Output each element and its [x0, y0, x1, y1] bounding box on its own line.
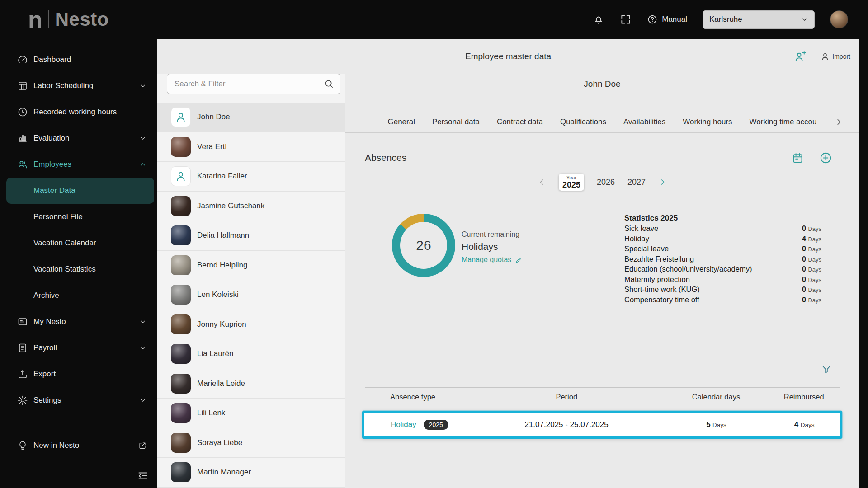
sidebar-item-master-data[interactable]: Master Data: [6, 178, 154, 204]
table-bottom-divider: [385, 453, 820, 453]
tabs-scroll-right-button[interactable]: [834, 117, 844, 127]
absence-calendar-button[interactable]: [792, 152, 804, 164]
bell-icon: [593, 14, 604, 25]
tab-working-hours[interactable]: Working hours: [683, 117, 732, 127]
fullscreen-button[interactable]: [620, 14, 632, 25]
chevron-down-icon: [801, 15, 809, 23]
content: John Doe Vera Ertl Katarina Faller Jasmi…: [157, 74, 859, 488]
manage-quotas-link[interactable]: Manage quotas: [462, 256, 523, 264]
previous-year-button[interactable]: [537, 178, 546, 187]
sidebar-item-new-in-nesto[interactable]: New in Nesto: [0, 435, 157, 456]
year-selected[interactable]: Year 2025: [559, 174, 584, 191]
employee-row-len-koleiski[interactable]: Len Koleiski: [157, 280, 345, 310]
tab-qualifications[interactable]: Qualifications: [560, 117, 606, 127]
stat-row-bezahlte-freistellung: Bezahlte Freistellung 0 Days: [624, 254, 821, 265]
employee-row-bernd-helpling[interactable]: Bernd Helpling: [157, 251, 345, 281]
tab-working-time-accounts[interactable]: Working time accou: [750, 117, 817, 127]
search-field: [167, 74, 340, 94]
sidebar-item-personnel-file[interactable]: Personnel File: [0, 204, 157, 230]
tab-general[interactable]: General: [387, 117, 415, 127]
fullscreen-icon: [620, 14, 632, 25]
employee-name: Lili Lenk: [197, 408, 225, 418]
search-input[interactable]: [167, 74, 340, 94]
employee-name: Bernd Helpling: [197, 261, 248, 270]
next-year-button[interactable]: [658, 178, 667, 187]
employee-row-lili-lenk[interactable]: Lili Lenk: [157, 399, 345, 428]
tab-contract-data[interactable]: Contract data: [497, 117, 543, 127]
statistics-block: Statistics 2025 Sick leave 0 Days Holida…: [624, 214, 821, 305]
employee-name: Martin Manager: [197, 468, 251, 477]
employee-list: John Doe Vera Ertl Katarina Faller Jasmi…: [157, 103, 345, 488]
year-2027[interactable]: 2027: [627, 178, 646, 187]
employee-name: Lia Laurén: [197, 349, 233, 358]
absence-type-link[interactable]: Holiday: [391, 420, 416, 429]
location-dropdown[interactable]: Karlsruhe: [703, 10, 815, 29]
absences-table-header: Absence type Period Calendar days Reimbu…: [365, 387, 840, 406]
sidebar-item-vacation-calendar[interactable]: Vacation Calendar: [0, 230, 157, 256]
stat-label: Compensatory time off: [624, 295, 774, 305]
user-avatar[interactable]: [830, 10, 848, 28]
filter-button[interactable]: [821, 363, 832, 375]
stat-label: Sick leave: [624, 224, 774, 234]
add-employee-button[interactable]: [794, 50, 807, 63]
import-button[interactable]: Import: [820, 52, 850, 61]
sidebar-item-labor-scheduling[interactable]: Labor Scheduling: [0, 73, 157, 99]
main-header: Employee master data Import: [157, 39, 859, 74]
sidebar-item-settings[interactable]: Settings: [0, 387, 157, 413]
stat-label: Special leave: [624, 244, 774, 254]
search-icon[interactable]: [324, 79, 334, 89]
column-header-reimbursed: Reimbursed: [769, 393, 840, 401]
sidebar-item-vacation-statistics[interactable]: Vacation Statistics: [0, 256, 157, 282]
sidebar-item-label: Employees: [33, 160, 71, 169]
employee-photo: [171, 433, 191, 453]
tab-personal-data[interactable]: Personal data: [432, 117, 480, 127]
employee-row-katarina-faller[interactable]: Katarina Faller: [157, 162, 345, 192]
employee-row-vera-ertl[interactable]: Vera Ertl: [157, 132, 345, 162]
sidebar-item-archive[interactable]: Archive: [0, 282, 157, 309]
employee-row-john-doe[interactable]: John Doe: [157, 103, 345, 132]
employee-name: Delia Hallmann: [197, 231, 249, 240]
manual-button[interactable]: Manual: [647, 14, 687, 25]
chevron-left-icon: [537, 178, 546, 187]
stat-label: Short-time work (KUG): [624, 285, 774, 295]
sidebar-item-employees[interactable]: Employees: [0, 151, 157, 178]
notifications-button[interactable]: [593, 14, 604, 25]
sidebar: Dashboard Labor Scheduling Recorded work…: [0, 39, 157, 488]
add-absence-button[interactable]: [819, 151, 832, 164]
absences-table: Absence type Period Calendar days Reimbu…: [365, 387, 840, 453]
sidebar-item-dashboard[interactable]: Dashboard: [0, 47, 157, 73]
manage-quotas-label: Manage quotas: [462, 256, 511, 264]
chevron-down-icon: [139, 318, 147, 326]
sidebar-item-export[interactable]: Export: [0, 361, 157, 387]
tab-availabilities[interactable]: Availabilities: [623, 117, 665, 127]
employee-photo: [171, 344, 191, 364]
year-2026[interactable]: 2026: [597, 178, 615, 187]
employee-row-martin-manager[interactable]: Martin Manager: [157, 458, 345, 488]
employee-row-lia-lauren[interactable]: Lia Laurén: [157, 339, 345, 369]
employee-row-soraya-liebe[interactable]: Soraya Liebe: [157, 428, 345, 458]
employee-row-jonny-kuprion[interactable]: Jonny Kuprion: [157, 310, 345, 340]
page-title: Employee master data: [465, 52, 551, 61]
sidebar-item-evaluation[interactable]: Evaluation: [0, 125, 157, 151]
stat-row-holiday: Holiday 4 Days: [624, 234, 821, 244]
stat-label: Education (school/university/academy): [624, 264, 774, 274]
chevron-down-icon: [139, 344, 147, 352]
table-filter-row: [345, 363, 859, 375]
sidebar-item-label: Labor Scheduling: [33, 81, 93, 90]
sidebar-item-label: Archive: [33, 291, 59, 300]
sidebar-item-payroll[interactable]: Payroll: [0, 335, 157, 361]
sidebar-collapse-button[interactable]: [137, 470, 149, 482]
sidebar-item-my-nesto[interactable]: My Nesto: [0, 309, 157, 335]
person-avatar-icon: [171, 166, 191, 186]
schedule-board-icon: [17, 80, 28, 91]
employee-row-mariella-leide[interactable]: Mariella Leide: [157, 369, 345, 399]
user-plus-icon: [794, 50, 807, 63]
header-actions: Import: [794, 39, 850, 74]
absence-row-highlighted[interactable]: Holiday 2025 21.07.2025 - 25.07.2025 5 D…: [362, 411, 842, 439]
funnel-icon: [821, 363, 832, 375]
topbar: n Nesto Manual Karlsruhe: [0, 0, 868, 39]
stat-row-compensatory-time-off: Compensatory time off 0 Days: [624, 295, 821, 305]
employee-row-jasmine-gutschank[interactable]: Jasmine Gutschank: [157, 192, 345, 221]
employee-row-delia-hallmann[interactable]: Delia Hallmann: [157, 221, 345, 251]
sidebar-item-recorded-working-hours[interactable]: Recorded working hours: [0, 99, 157, 125]
